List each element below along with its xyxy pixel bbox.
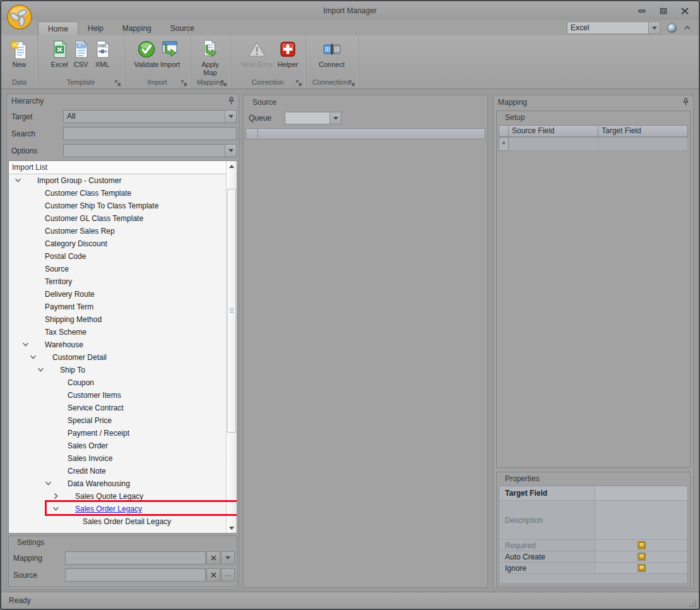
tree-item[interactable]: Import Group - Customer (9, 174, 226, 187)
pin-icon[interactable] (228, 97, 235, 105)
import-list-column-header[interactable]: Import List (9, 161, 226, 174)
tab-home[interactable]: Home (38, 21, 78, 35)
group-caption-connections: Connections (306, 78, 358, 88)
property-row-required[interactable]: Required (499, 540, 687, 551)
target-field-value[interactable] (595, 486, 687, 500)
tree-item[interactable]: Coupon (9, 376, 226, 389)
tree-item[interactable]: Shipping Method (9, 313, 226, 326)
excel-button[interactable]: Excel (49, 38, 69, 78)
source-grid-column-header[interactable] (258, 128, 485, 140)
tree-item-label: Coupon (9, 376, 226, 389)
chevron-down-icon[interactable] (225, 111, 236, 123)
search-input[interactable] (63, 127, 237, 140)
source-clear-button[interactable] (206, 568, 220, 582)
tree-item[interactable]: Sales Order (9, 440, 226, 452)
apply-map-button[interactable]: Apply Map (195, 38, 225, 78)
tree-item[interactable]: Ship To (9, 364, 226, 376)
tree-item[interactable]: Customer Sales Rep (9, 225, 226, 237)
orb-icon[interactable] (667, 23, 677, 33)
ribbon-group-data: New Data (1, 35, 38, 88)
new-row-asterisk-indicator: * (499, 137, 509, 151)
mapping-dropdown-button[interactable] (221, 551, 235, 565)
scrollbar-thumb[interactable] (227, 189, 236, 433)
source-input[interactable] (65, 568, 206, 582)
tree-item[interactable]: Sales Order Detail Legacy (9, 515, 226, 528)
required-checkbox[interactable] (638, 541, 646, 549)
validate-button[interactable]: Validate (134, 38, 159, 78)
tab-source[interactable]: Source (161, 21, 204, 35)
helper-button[interactable]: Helper (278, 38, 298, 78)
ribbon-group-correction: Next Error Helper Correction (230, 35, 306, 88)
tree-item[interactable]: Customer GL Class Template (9, 212, 226, 225)
minimize-button[interactable] (636, 6, 648, 16)
mapping-clear-button[interactable] (206, 551, 220, 565)
tree-item[interactable]: Customer Items (9, 389, 226, 402)
tab-help[interactable]: Help (78, 21, 113, 35)
description-value[interactable] (595, 501, 687, 539)
source-panel-title: Source (252, 98, 276, 107)
tree-item[interactable]: Warehouse (9, 338, 226, 351)
chevron-down-icon[interactable] (37, 366, 45, 374)
ignore-checkbox[interactable] (638, 564, 646, 572)
xml-button[interactable]: XML < > XML (92, 38, 112, 78)
chevron-right-icon[interactable] (52, 493, 60, 500)
tab-mapping[interactable]: Mapping (113, 21, 161, 35)
svg-text:XML: XML (98, 44, 108, 48)
source-field-cell[interactable] (509, 137, 598, 151)
tree-item[interactable]: Category Discount (9, 237, 226, 250)
connect-button[interactable]: Connect (311, 38, 353, 78)
tree-scrollbar[interactable] (226, 161, 237, 533)
chevron-down-icon[interactable] (329, 112, 341, 124)
chevron-down-icon[interactable] (22, 341, 30, 349)
resize-grip[interactable] (688, 599, 696, 607)
target-field-column-header[interactable]: Target Field (598, 125, 688, 137)
tree-item[interactable]: Customer Detail (9, 351, 226, 364)
queue-combo[interactable] (285, 112, 341, 124)
next-error-button[interactable]: Next Error (237, 38, 276, 78)
import-button[interactable]: Import (160, 38, 180, 78)
tree-item[interactable]: Data Warehousing (9, 477, 226, 490)
tree-item[interactable]: Payment Term (9, 301, 226, 313)
app-logo-icon[interactable] (6, 3, 33, 31)
chevron-down-icon[interactable] (15, 177, 22, 184)
chevron-down-icon[interactable] (648, 22, 660, 33)
tree-item[interactable]: Service Contract (9, 402, 226, 414)
csv-button[interactable]: CSV CSV (71, 38, 91, 78)
restore-button[interactable] (657, 6, 670, 16)
property-row-auto-create[interactable]: Auto Create (499, 551, 687, 563)
target-combo[interactable]: All (63, 110, 237, 123)
close-button[interactable] (679, 6, 691, 16)
auto-create-checkbox[interactable] (638, 553, 646, 561)
property-row-description[interactable]: Description (499, 501, 687, 540)
tree-item[interactable]: Source (9, 263, 226, 275)
chevron-down-icon[interactable] (30, 354, 37, 361)
collapse-ribbon-icon[interactable] (684, 25, 691, 30)
tree-item[interactable]: Territory (9, 275, 226, 288)
tree-item[interactable]: Customer Ship To Class Template (9, 200, 226, 212)
template-type-combo[interactable]: Excel (567, 21, 660, 34)
scroll-up-icon[interactable] (227, 161, 237, 171)
scroll-down-icon[interactable] (227, 523, 237, 533)
tree-item[interactable]: Delivery Route (9, 288, 226, 301)
chevron-down-icon[interactable] (225, 145, 236, 157)
options-combo[interactable] (63, 144, 237, 157)
property-row-target-field[interactable]: Target Field (499, 486, 687, 501)
target-field-cell[interactable] (598, 137, 688, 151)
tree-item[interactable]: Payment / Receipt (9, 427, 226, 440)
source-field-column-header[interactable]: Source Field (509, 125, 598, 137)
red-highlight-annotation (45, 500, 237, 516)
mapping-grid-new-row[interactable]: * (499, 137, 688, 151)
mapping-input[interactable] (65, 551, 206, 565)
chevron-down-icon[interactable] (45, 480, 52, 487)
tree-item[interactable]: Special Price (9, 414, 226, 427)
source-browse-button[interactable]: ··· (221, 568, 235, 582)
tree-item[interactable]: Credit Note (9, 465, 226, 477)
pin-icon[interactable] (682, 98, 689, 106)
tree-item[interactable]: Sales Invoice (9, 452, 226, 465)
tree-item[interactable]: Tax Scheme (9, 326, 226, 338)
tree-item[interactable]: Customer Class Template (9, 187, 226, 200)
tree-item[interactable]: Postal Code (9, 250, 226, 263)
source-label: Source (11, 571, 65, 580)
property-row-ignore[interactable]: Ignore (499, 563, 687, 574)
new-button[interactable]: New (9, 38, 30, 78)
